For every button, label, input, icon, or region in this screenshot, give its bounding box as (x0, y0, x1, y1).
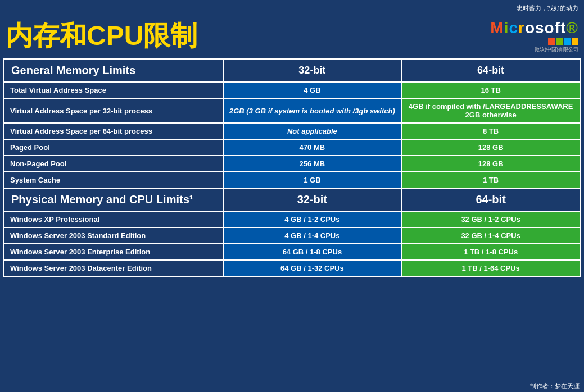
header-col2: 32-bit (223, 59, 402, 82)
cell-64bit: 128 GB (401, 156, 580, 172)
section2-col1: Physical Memory and CPU Limits¹ (4, 188, 223, 211)
cell-32bit: 64 GB / 1-8 CPUs (223, 244, 402, 260)
page-wrapper: 忠时蓄力，找好的动力 内存和CPU限制 Microsoft® 微软(中国)有限公… (0, 0, 584, 392)
cell-label: System Cache (4, 172, 223, 188)
section2-col2: 32-bit (223, 188, 402, 211)
ms-tagline: 微软(中国)有限公司 (535, 46, 578, 53)
ms-green-square (556, 38, 563, 45)
cell-32bit: Not applicable (223, 123, 402, 139)
row-vas-32bit: Virtual Address Space per 32-bit process… (4, 98, 580, 123)
cell-label: Paged Pool (4, 139, 223, 156)
ms-red-square (548, 38, 555, 45)
cell-label: Total Virtual Address Space (4, 82, 223, 98)
main-table: General Memory Limits 32-bit 64-bit Tota… (3, 58, 581, 277)
page-title: 内存和CPU限制 (6, 18, 197, 54)
cell-64bit: 128 GB (401, 139, 580, 156)
row-nonpaged-pool: Non-Paged Pool 256 MB 128 GB (4, 156, 580, 172)
cell-label: Non-Paged Pool (4, 156, 223, 172)
top-bar: 忠时蓄力，找好的动力 (0, 0, 584, 16)
header-area: 内存和CPU限制 Microsoft® 微软(中国)有限公司 (0, 16, 584, 56)
cell-label: Windows Server 2003 Datacenter Edition (4, 260, 223, 276)
cell-32bit: 256 MB (223, 156, 402, 172)
cell-32bit: 64 GB / 1-32 CPUs (223, 260, 402, 276)
cell-32bit: 2GB (3 GB if system is booted with /3gb … (223, 98, 402, 123)
cell-64bit: 8 TB (401, 123, 580, 139)
cell-64bit: 32 GB / 1-4 CPUs (401, 227, 580, 244)
cell-64bit: 1 TB (401, 172, 580, 188)
row-ws2003-dc: Windows Server 2003 Datacenter Edition 6… (4, 260, 580, 276)
cell-64bit: 16 TB (401, 82, 580, 98)
cell-64bit: 4GB if compiled with /LARGEADDRESSAWARE … (401, 98, 580, 123)
header-col1: General Memory Limits (4, 59, 223, 82)
section2-col3: 64-bit (401, 188, 580, 211)
footer-credit: 制作者：梦在天涯 (526, 380, 584, 392)
row-winxp: Windows XP Professional 4 GB / 1-2 CPUs … (4, 211, 580, 227)
cell-label: Windows Server 2003 Enterprise Edition (4, 244, 223, 260)
cell-32bit: 470 MB (223, 139, 402, 156)
section2-header-row: Physical Memory and CPU Limits¹ 32-bit 6… (4, 188, 580, 211)
row-total-virtual: Total Virtual Address Space 4 GB 16 TB (4, 82, 580, 98)
cell-64bit: 32 GB / 1-2 CPUs (401, 211, 580, 227)
cell-32bit: 4 GB / 1-4 CPUs (223, 227, 402, 244)
cell-32bit: 4 GB / 1-2 CPUs (223, 211, 402, 227)
cell-label: Virtual Address Space per 64-bit process (4, 123, 223, 139)
row-ws2003-std: Windows Server 2003 Standard Edition 4 G… (4, 227, 580, 244)
row-paged-pool: Paged Pool 470 MB 128 GB (4, 139, 580, 156)
cell-64bit: 1 TB / 1-64 CPUs (401, 260, 580, 276)
section1-header-row: General Memory Limits 32-bit 64-bit (4, 59, 580, 82)
ms-logo-label: Microsoft® (490, 19, 578, 37)
row-system-cache: System Cache 1 GB 1 TB (4, 172, 580, 188)
ms-yellow-square (572, 38, 578, 45)
top-bar-text: 忠时蓄力，找好的动力 (517, 4, 578, 12)
ms-logo-colors (548, 38, 578, 45)
ms-blue-square (564, 38, 571, 45)
cell-64bit: 1 TB / 1-8 CPUs (401, 244, 580, 260)
cell-32bit: 4 GB (223, 82, 402, 98)
row-ws2003-ent: Windows Server 2003 Enterprise Edition 6… (4, 244, 580, 260)
header-col3: 64-bit (401, 59, 580, 82)
cell-label: Windows Server 2003 Standard Edition (4, 227, 223, 244)
microsoft-logo: Microsoft® 微软(中国)有限公司 (490, 19, 578, 53)
table-container: General Memory Limits 32-bit 64-bit Tota… (0, 56, 584, 279)
row-vas-64bit: Virtual Address Space per 64-bit process… (4, 123, 580, 139)
cell-label: Windows XP Professional (4, 211, 223, 227)
cell-label: Virtual Address Space per 32-bit process (4, 98, 223, 123)
cell-32bit: 1 GB (223, 172, 402, 188)
